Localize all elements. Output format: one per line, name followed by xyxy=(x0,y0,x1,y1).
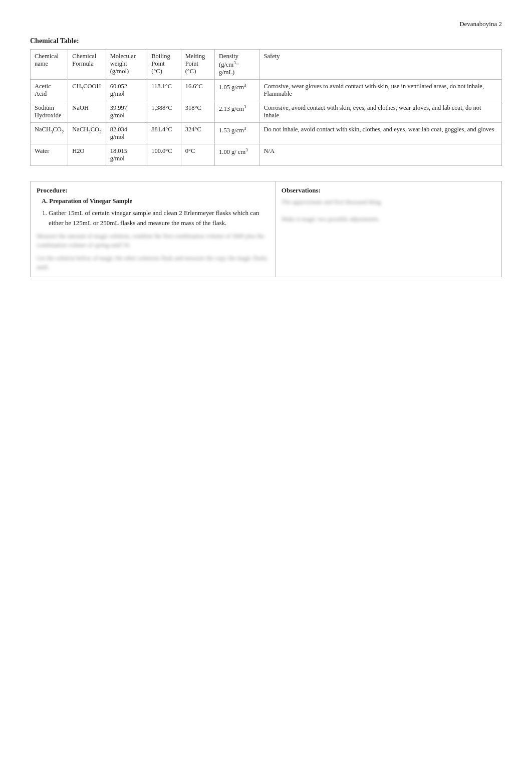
cell-formula-acetic: CH3COOH xyxy=(68,80,106,101)
table-title: Chemical Table: xyxy=(30,37,502,45)
cell-safety-naoh: Corrosive, avoid contact with skin, eyes… xyxy=(259,101,501,123)
procedure-obs-section: Procedure: A. Preparation of Vinegar Sam… xyxy=(30,181,502,277)
cell-name-nach3co2: NaCH3CO2 xyxy=(31,123,68,144)
table-header-row: Chemical name Chemical Formula Molecular… xyxy=(31,50,502,80)
cell-mw-water: 18.015 g/mol xyxy=(106,144,147,166)
cell-density-naoh: 2.13 g/cm3 xyxy=(215,101,260,123)
col-header-formula: Chemical Formula xyxy=(68,50,106,80)
cell-safety-acetic: Corrosive, wear gloves to avoid contact … xyxy=(259,80,501,101)
cell-bp-naoh: 1,388°C xyxy=(147,101,181,123)
procedure-list: Gather 15mL of certain vinegar sample an… xyxy=(49,208,269,228)
col-header-name: Chemical name xyxy=(31,50,68,80)
cell-density-water: 1.00 g/ cm3 xyxy=(215,144,260,166)
table-section: Chemical Table: Chemical name Chemical F… xyxy=(30,37,502,166)
cell-formula-water: H2O xyxy=(68,144,106,166)
cell-mw-acetic: 60.052 g/mol xyxy=(106,80,147,101)
col-header-density: Density (g/cm3= g/mL) xyxy=(215,50,260,80)
cell-mw-naoh: 39.997 g/mol xyxy=(106,101,147,123)
cell-density-acetic: 1.05 g/cm3 xyxy=(215,80,260,101)
cell-density-nach3co2: 1.53 g/cm3 xyxy=(215,123,260,144)
cell-formula-naoh: NaOH xyxy=(68,101,106,123)
col-header-melting: Melting Point (°C) xyxy=(181,50,214,80)
table-row: NaCH3CO2 NaCH3CO2 82.034 g/mol 881.4°C 3… xyxy=(31,123,502,144)
cell-bp-acetic: 118.1°C xyxy=(147,80,181,101)
procedure-title: Procedure: xyxy=(37,186,269,194)
observations-column: Observations: The approximate and first … xyxy=(276,181,502,277)
observations-title: Observations: xyxy=(282,186,495,194)
col-header-mol-weight: Molecular weight (g/mol) xyxy=(106,50,147,80)
subsection-a-title: A. Preparation of Vinegar Sample xyxy=(42,198,269,205)
cell-safety-nach3co2: Do not inhale, avoid contact with skin, … xyxy=(259,123,501,144)
cell-name-naoh: SodiumHydroxide xyxy=(31,101,68,123)
cell-name-water: Water xyxy=(31,144,68,166)
cell-mw-nach3co2: 82.034 g/mol xyxy=(106,123,147,144)
table-row: AceticAcid CH3COOH 60.052 g/mol 118.1°C … xyxy=(31,80,502,101)
table-row: Water H2O 18.015 g/mol 100.0°C 0°C 1.00 … xyxy=(31,144,502,166)
col-header-boiling: Boiling Point (°C) xyxy=(147,50,181,80)
header-right: Devanaboyina 2 xyxy=(30,20,502,28)
cell-mp-acetic: 16.6°C xyxy=(181,80,214,101)
cell-mp-naoh: 318°C xyxy=(181,101,214,123)
table-row: SodiumHydroxide NaOH 39.997 g/mol 1,388°… xyxy=(31,101,502,123)
procedure-step-1: Gather 15mL of certain vinegar sample an… xyxy=(49,208,269,228)
cell-bp-water: 100.0°C xyxy=(147,144,181,166)
cell-formula-nach3co2: NaCH3CO2 xyxy=(68,123,106,144)
observation-1: The approximate and first thousand thing… xyxy=(282,198,495,207)
procedure-step-2: Measure the amount of magic solution, co… xyxy=(37,232,269,250)
cell-mp-nach3co2: 324°C xyxy=(181,123,214,144)
observation-2: Make it magic two possible adjustments. xyxy=(282,215,495,224)
procedure-column: Procedure: A. Preparation of Vinegar Sam… xyxy=(30,181,276,277)
col-header-safety: Safety xyxy=(259,50,501,80)
cell-bp-nach3co2: 881.4°C xyxy=(147,123,181,144)
cell-safety-water: N/A xyxy=(259,144,501,166)
chemical-table: Chemical name Chemical Formula Molecular… xyxy=(30,49,502,166)
cell-name-acetic: AceticAcid xyxy=(31,80,68,101)
procedure-step-3: Get the solution below of magic the othe… xyxy=(37,254,269,272)
cell-mp-water: 0°C xyxy=(181,144,214,166)
